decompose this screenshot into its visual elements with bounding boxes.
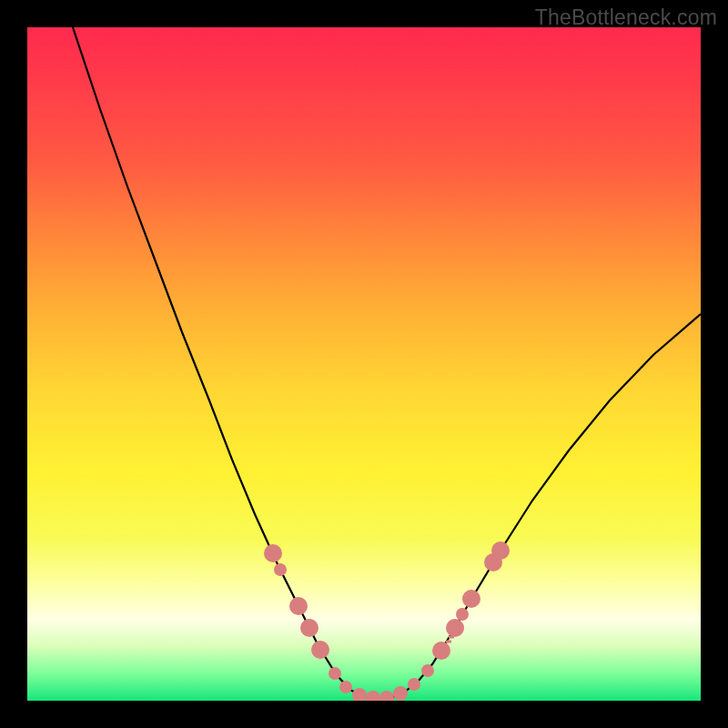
marker-dot bbox=[274, 563, 287, 576]
marker-dot bbox=[456, 608, 469, 621]
marker-dot bbox=[300, 619, 318, 637]
marker-dot bbox=[408, 678, 420, 691]
bottleneck-curve bbox=[73, 27, 701, 699]
plot-area bbox=[27, 27, 701, 701]
marker-dot bbox=[421, 664, 434, 677]
marker-dot bbox=[491, 541, 510, 560]
marker-dot bbox=[329, 667, 341, 680]
marker-dot bbox=[432, 642, 450, 660]
chart-svg bbox=[27, 27, 701, 701]
marker-group bbox=[264, 541, 510, 701]
marker-dot bbox=[311, 641, 329, 659]
chart-frame: TheBottleneck.com bbox=[0, 0, 728, 728]
marker-dot bbox=[379, 691, 394, 701]
marker-dot bbox=[366, 691, 380, 701]
marker-dot bbox=[352, 688, 367, 701]
marker-dot bbox=[264, 544, 282, 562]
watermark-text: TheBottleneck.com bbox=[535, 5, 717, 30]
marker-dot bbox=[339, 681, 352, 693]
marker-dot bbox=[462, 590, 480, 608]
marker-dot bbox=[289, 597, 308, 615]
marker-dot bbox=[393, 686, 408, 701]
